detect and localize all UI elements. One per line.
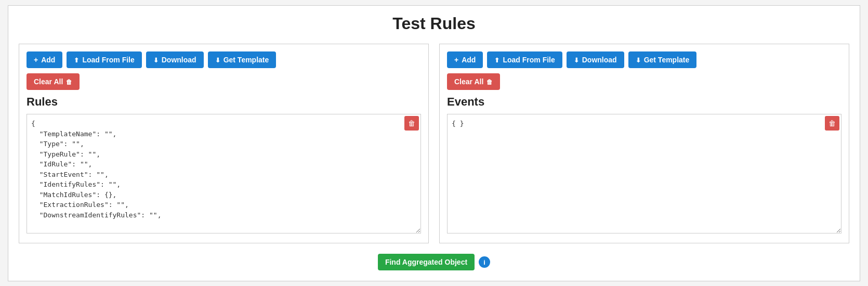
- left-editor-wrapper: 🗑: [27, 114, 421, 236]
- upload-icon-right: [494, 56, 499, 64]
- left-load-label: Load From File: [82, 56, 134, 64]
- left-section-label: Rules: [27, 95, 421, 109]
- page-title: Test Rules: [19, 14, 849, 33]
- right-load-button[interactable]: Load From File: [487, 51, 562, 68]
- left-add-button[interactable]: Add: [27, 51, 62, 68]
- find-aggregated-button[interactable]: Find Aggregated Object: [378, 254, 475, 270]
- template-icon: [215, 56, 220, 64]
- left-download-button[interactable]: Download: [146, 51, 204, 68]
- left-template-button[interactable]: Get Template: [208, 51, 277, 68]
- right-add-button[interactable]: Add: [447, 51, 483, 68]
- info-icon[interactable]: i: [479, 256, 490, 268]
- trash-icon-left-editor: 🗑: [408, 119, 415, 127]
- upload-icon: [74, 56, 79, 64]
- right-add-label: Add: [462, 56, 476, 64]
- right-toolbar-row: Add Load From File Download Get Template: [447, 51, 841, 68]
- right-clear-label: Clear All: [454, 77, 483, 86]
- bottom-bar: Find Aggregated Object i: [19, 254, 849, 270]
- right-template-button[interactable]: Get Template: [628, 51, 697, 68]
- right-download-label: Download: [582, 56, 617, 64]
- download-icon-right: [574, 56, 579, 64]
- right-section-label: Events: [447, 95, 841, 109]
- right-download-button[interactable]: Download: [567, 51, 624, 68]
- left-clear-row: Clear All: [27, 73, 421, 90]
- left-clear-button[interactable]: Clear All: [27, 73, 80, 90]
- right-clear-button[interactable]: Clear All: [447, 73, 500, 90]
- right-clear-row: Clear All: [447, 73, 841, 90]
- find-aggregated-label: Find Aggregated Object: [385, 258, 467, 266]
- left-template-label: Get Template: [223, 56, 269, 64]
- left-download-label: Download: [162, 56, 196, 64]
- right-load-label: Load From File: [503, 56, 555, 64]
- trash-icon-left: [66, 77, 72, 86]
- left-add-label: Add: [41, 56, 55, 64]
- right-panel: Add Load From File Download Get Template: [439, 44, 849, 243]
- right-template-label: Get Template: [644, 56, 690, 64]
- left-toolbar-row: Add Load From File Download Get Template: [27, 51, 421, 68]
- trash-icon-right: [486, 77, 493, 86]
- left-load-button[interactable]: Load From File: [67, 51, 141, 68]
- left-delete-button[interactable]: 🗑: [404, 116, 419, 131]
- left-editor[interactable]: [27, 114, 421, 233]
- template-icon-right: [636, 56, 641, 64]
- left-panel: Add Load From File Download Get Template: [19, 44, 429, 243]
- page-container: Test Rules Add Load From File Download: [8, 5, 860, 281]
- plus-icon: [34, 56, 38, 64]
- right-editor-wrapper: 🗑: [447, 114, 841, 236]
- trash-icon-right-editor: 🗑: [828, 119, 836, 127]
- plus-icon-right: [454, 56, 458, 64]
- info-icon-label: i: [483, 258, 485, 266]
- download-icon: [153, 56, 159, 64]
- left-clear-label: Clear All: [34, 77, 63, 86]
- two-panels: Add Load From File Download Get Template: [19, 44, 849, 243]
- right-delete-button[interactable]: 🗑: [825, 116, 839, 131]
- right-editor[interactable]: [447, 114, 841, 233]
